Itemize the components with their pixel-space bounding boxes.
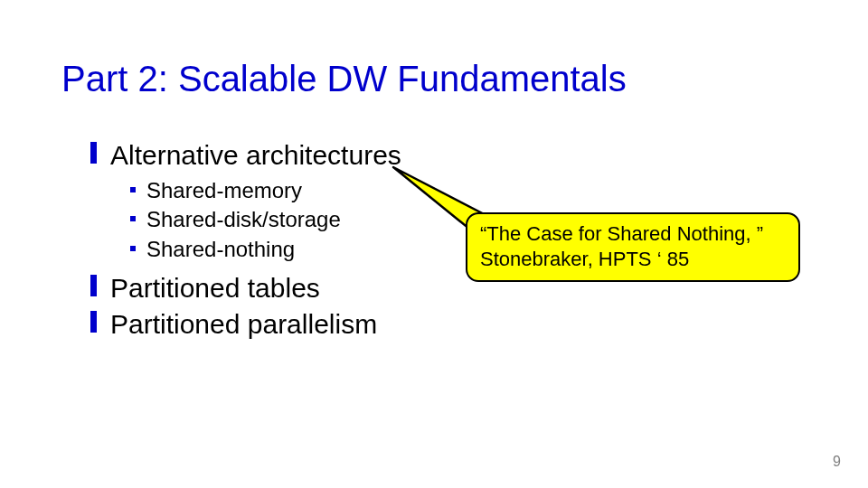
bullet-label: Alternative architectures: [110, 140, 401, 170]
sub-bullet-marker-icon: [130, 216, 136, 221]
slide-title: Part 2: Scalable DW Fundamentals: [61, 59, 627, 99]
bullet-label: Partitioned tables: [110, 273, 320, 303]
sub-bullet-shared-disk: Shared-disk/storage: [130, 205, 401, 234]
bullet-marker-icon: [90, 311, 97, 333]
sub-bullet-list: Shared-memory Shared-disk/storage Shared…: [130, 176, 401, 264]
page-number: 9: [833, 454, 841, 470]
callout-line-2: Stonebraker, HPTS ‘ 85: [480, 248, 689, 270]
sub-bullet-marker-icon: [130, 246, 136, 251]
bullet-alternative-architectures: Alternative architectures: [90, 140, 401, 171]
slide-body: Alternative architectures Shared-memory …: [90, 140, 401, 345]
bullet-marker-icon: [90, 275, 97, 296]
bullet-label: Partitioned parallelism: [110, 309, 377, 339]
sub-bullet-shared-nothing: Shared-nothing: [130, 235, 401, 264]
callout-box: “The Case for Shared Nothing, ” Stonebra…: [466, 212, 800, 282]
sub-bullet-label: Shared-memory: [146, 178, 302, 202]
sub-bullet-label: Shared-disk/storage: [146, 207, 341, 231]
bullet-partitioned-tables: Partitioned tables: [90, 273, 401, 304]
callout-line-1: “The Case for Shared Nothing, ”: [480, 222, 763, 245]
bullet-partitioned-parallelism: Partitioned parallelism: [90, 309, 401, 340]
sub-bullet-marker-icon: [130, 187, 136, 192]
sub-bullet-shared-memory: Shared-memory: [130, 176, 401, 205]
sub-bullet-label: Shared-nothing: [146, 237, 295, 261]
bullet-marker-icon: [90, 142, 97, 164]
